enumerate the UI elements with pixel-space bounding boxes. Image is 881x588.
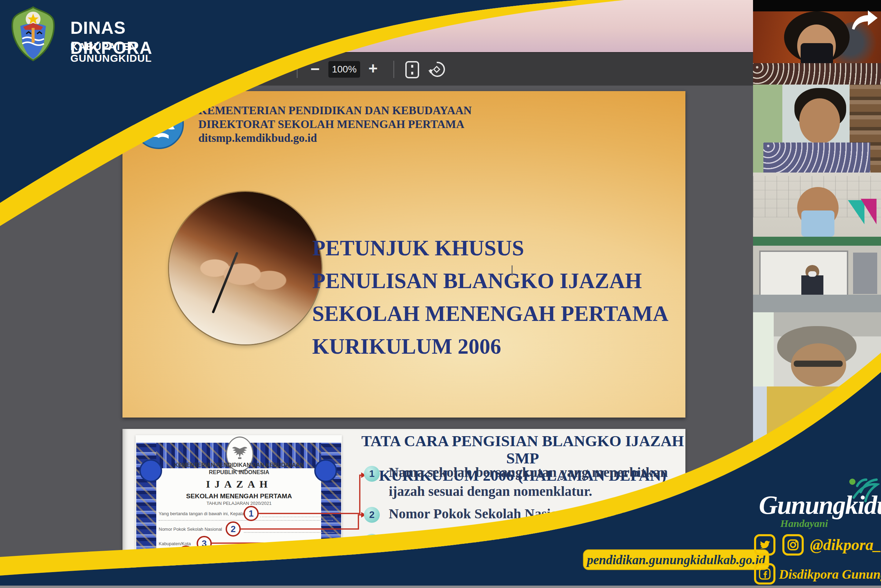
page-number-input[interactable]: 12 — [235, 61, 257, 78]
page-separator: / — [262, 61, 265, 78]
fit-to-page-icon[interactable] — [404, 59, 420, 81]
participant-video-5[interactable] — [753, 312, 881, 387]
org-line1: KEMENTERIAN PENDIDIKAN DAN KEBUDAYAAN — [198, 104, 472, 117]
brand-tagline: Handayani — [780, 518, 828, 530]
item2-line1: Nomor Pokok Sekolah Nasional (NPSN) — [389, 506, 625, 522]
zoom-level: 100% — [332, 64, 357, 75]
instagram-icon[interactable] — [782, 534, 804, 556]
meeting-screenshare-window: 12 / 55 − 100% + — [0, 0, 881, 588]
website-badge: pendidikan.gunungkidulkab.go.id — [583, 549, 769, 570]
person-art — [801, 275, 823, 295]
photo-fingers-art — [169, 192, 322, 344]
face-mask-art — [808, 271, 817, 277]
facebook-page-name: Disdikpora Gunungkidul — [779, 567, 881, 582]
zoom-out-icon[interactable]: − — [310, 61, 320, 77]
item-num: 3 — [369, 536, 375, 547]
org-line3: ditsmp.kemdikbud.go.id — [198, 131, 472, 145]
title-line1: PETUNJUK KHUSUS — [312, 232, 678, 265]
gunungkidul-coat-of-arms-icon — [7, 6, 58, 63]
org-line2: DIREKTORAT SEKOLAH MENENGAH PERTAMA — [198, 117, 472, 131]
zoom-level-box[interactable]: 100% — [328, 61, 360, 78]
rotate-icon[interactable] — [428, 59, 446, 81]
item-number-badge-2: 2 — [364, 507, 380, 523]
item-num: 2 — [369, 509, 375, 520]
desk-art — [753, 295, 881, 312]
face-mask-art — [801, 43, 833, 65]
item3-line2: mencoret) — [389, 550, 448, 567]
agency-region: KABUPATEN GUNUNGKIDUL — [70, 41, 201, 64]
title-line3: SEKOLAH MENENGAH PERTAMA — [312, 297, 678, 330]
title-line2: PENULISAN BLANGKO IJAZAH — [312, 265, 678, 297]
participant-video-3[interactable] — [753, 172, 881, 237]
item1-line2: ijazah sesuai dengan nomenklatur. — [389, 483, 592, 500]
text-cursor — [512, 266, 512, 276]
toolbar-divider — [393, 61, 394, 78]
item3-line1: Nama nomenklatur kabupaten/kota*) ( — [389, 531, 620, 548]
batik-shirt-art — [763, 142, 870, 172]
participant-video-6[interactable] — [753, 387, 881, 490]
face-art — [799, 98, 840, 144]
pdf-page-slide-cover: KEMENTERIAN PENDIDIKAN DAN KEBUDAYAAN DI… — [123, 91, 685, 417]
glasses-art — [794, 361, 843, 367]
website-url: pendidikan.gunungkidulkab.go.id — [587, 552, 765, 567]
total-pages: 55 — [272, 61, 283, 78]
twitter-icon[interactable] — [754, 534, 775, 556]
slide1-header: KEMENTERIAN PENDIDIKAN DAN KEBUDAYAAN DI… — [133, 98, 616, 157]
pennant-art — [861, 199, 877, 224]
brand-name: Gunungkidul — [759, 490, 876, 520]
facebook-icon[interactable] — [754, 563, 775, 585]
cabinet-art — [853, 253, 877, 294]
item-num: 1 — [369, 468, 375, 479]
batik-shirt-art — [753, 63, 881, 84]
participant-video-4[interactable] — [753, 237, 881, 312]
head-art — [805, 404, 863, 466]
title-line4: KURIKULUM 2006 — [312, 330, 678, 363]
tut-wuri-handayani-logo-icon — [133, 98, 184, 151]
item-number-badge-3: 3 — [364, 534, 380, 550]
hand-writing-photo — [169, 192, 322, 344]
slide2-title-line1: TATA CARA PENGISIAN BLANGKO IJAZAH SMP — [350, 432, 695, 467]
agency-branding: DINAS DIKPORA KABUPATEN GUNUNGKIDUL — [7, 6, 201, 62]
current-page: 12 — [240, 63, 252, 75]
classroom-banner-art — [753, 237, 881, 246]
face-mask-art — [801, 210, 835, 237]
item-number-badge-1: 1 — [364, 466, 380, 482]
zoom-in-icon[interactable]: + — [369, 60, 378, 76]
item1-line1: Nama sekolah bersangkutan yang menerbitk… — [389, 464, 668, 480]
slide1-org-lines: KEMENTERIAN PENDIDIKAN DAN KEBUDAYAAN DI… — [198, 104, 472, 145]
slide1-title: PETUNJUK KHUSUS PENULISAN BLANGKO IJAZAH… — [312, 232, 678, 363]
social-handle: @dikpora_gk — [810, 536, 881, 554]
toolbar-divider — [297, 61, 298, 78]
participant-video-2[interactable] — [753, 84, 881, 172]
share-forward-icon[interactable] — [849, 9, 878, 32]
